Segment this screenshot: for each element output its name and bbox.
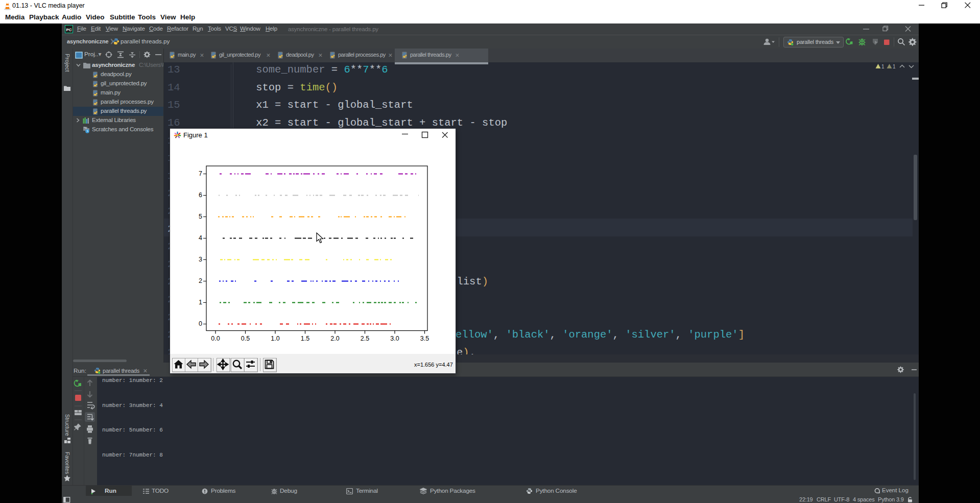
svg-text:1: 1 bbox=[881, 64, 885, 69]
svg-text:1: 1 bbox=[893, 64, 896, 69]
